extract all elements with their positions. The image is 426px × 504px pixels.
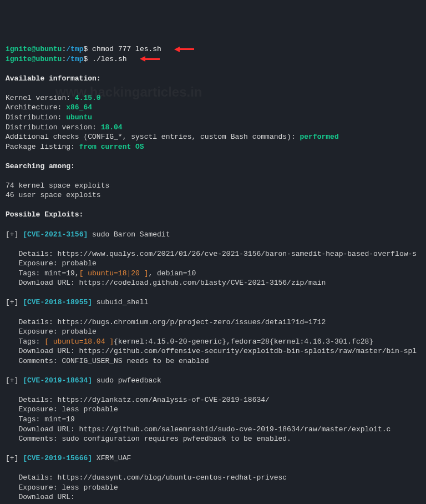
exploit-tags: Tags: mint=19 (6, 415, 75, 424)
prompt-user-2: ignite@ubuntu (6, 55, 62, 63)
dist-value: ubuntu (66, 113, 92, 122)
distver-label: Distribution version: (6, 123, 101, 132)
exploit-exposure: Exposure: probable (6, 327, 97, 336)
pkg-label: Package listing: (6, 143, 79, 151)
arrow-icon (140, 54, 160, 64)
exploit-exposure: Exposure: probable (6, 259, 97, 268)
exploit-download: Download URL: https://github.com/offensi… (6, 347, 417, 355)
exploit-tags-hl: [ ubuntu=18.04 ] (44, 337, 114, 346)
searching-kernel: 74 kernel space exploits (6, 182, 109, 190)
exploit-cve: [CVE-2019-15666] (23, 454, 92, 462)
exploit-comments: Comments: sudo configuration requires pw… (6, 435, 291, 443)
exploit-details: Details: https://dylankatz.com/Analysis-… (6, 396, 270, 404)
exploit-details: Details: https://duasynt.com/blog/ubuntu… (6, 473, 287, 482)
command-1[interactable]: chmod 777 les.sh (92, 45, 161, 53)
exploit-exposure: Exposure: less probable (6, 483, 118, 492)
exploit-prefix: [+] (6, 454, 23, 462)
arch-value: x86_64 (66, 103, 92, 112)
exploit-prefix: [+] (6, 376, 23, 385)
exploit-tags-post: {kernel:4.15.0-20-generic},fedora=28{ker… (114, 337, 373, 346)
kernel-label: Kernel version: (6, 94, 75, 102)
exploit-name: sudo Baron Samedit (88, 230, 170, 239)
section-available: Available information: (6, 74, 101, 83)
exploit-tags-pre: Tags: mint=19, (6, 269, 79, 278)
arrow-icon (174, 44, 194, 54)
searching-user: 46 user space exploits (6, 191, 101, 199)
exploit-name: sudo pwfeedback (92, 376, 161, 385)
exploit-download: Download URL: https://github.com/saleemr… (6, 425, 390, 434)
pkg-value: from current OS (79, 143, 144, 151)
exploit-download: Download URL: (6, 493, 75, 501)
distver-value: 18.04 (101, 123, 123, 132)
exploit-tags-pre: Tags: (6, 337, 44, 346)
exploit-cve: [CVE-2018-18955] (23, 298, 92, 306)
exploit-details: Details: https://bugs.chromium.org/p/pro… (6, 318, 326, 326)
section-exploits: Possible Exploits: (6, 210, 83, 219)
exploit-prefix: [+] (6, 230, 23, 239)
prompt-path-2: /tmp (66, 55, 83, 63)
prompt-user: ignite@ubuntu (6, 45, 62, 53)
exploit-name: subuid_shell (92, 298, 148, 306)
prompt-dollar-2: $ (83, 55, 88, 63)
exploit-download: Download URL: https://codeload.github.co… (6, 279, 326, 287)
exploit-cve: [CVE-2021-3156] (23, 230, 88, 239)
exploit-prefix: [+] (6, 298, 23, 306)
exploit-tags-hl: [ ubuntu=18|20 ] (79, 269, 149, 278)
exploit-cve: [CVE-2019-18634] (23, 376, 92, 385)
kernel-value: 4.15.0 (75, 94, 101, 102)
prompt-path: /tmp (66, 45, 83, 53)
exploit-tags-post: , debian=10 (148, 269, 196, 278)
prompt-dollar: $ (83, 45, 88, 53)
command-2[interactable]: ./les.sh (92, 55, 126, 63)
arch-label: Architecture: (6, 103, 66, 112)
section-searching: Searching among: (6, 162, 75, 170)
exploit-comments: Comments: CONFIG_USER_NS needs to be ena… (6, 357, 209, 365)
exploit-details: Details: https://www.qualys.com/2021/01/… (6, 250, 417, 258)
dist-label: Distribution: (6, 113, 66, 122)
checks-label: Additional checks (CONFIG_*, sysctl entr… (6, 133, 300, 141)
checks-value: performed (300, 133, 339, 141)
exploit-exposure: Exposure: less probable (6, 405, 118, 414)
exploit-name: XFRM_UAF (92, 454, 131, 462)
